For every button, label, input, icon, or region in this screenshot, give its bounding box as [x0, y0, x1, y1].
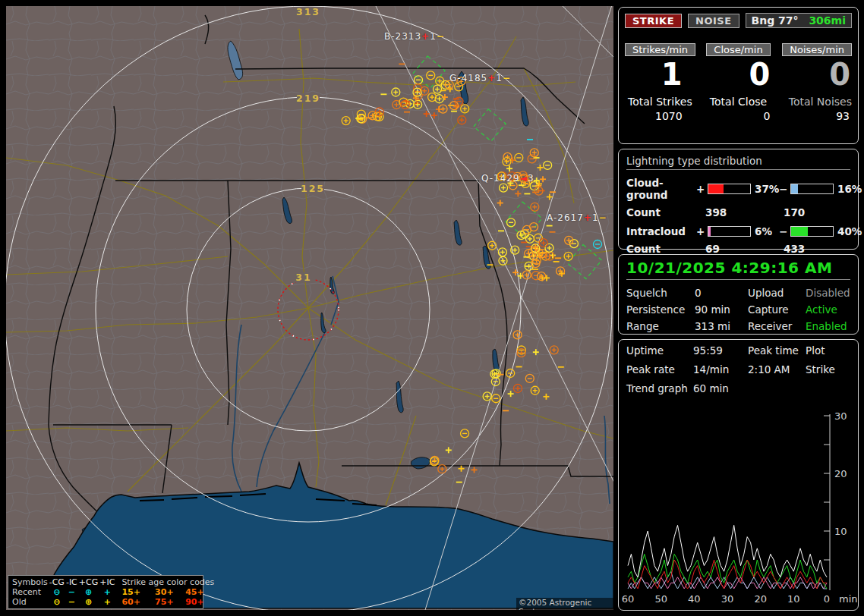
status-rows: Squelch0UploadDisabledPersistence90 minC…: [626, 287, 850, 332]
legend-header: Strike age color codes: [115, 577, 215, 587]
negative-bar: [790, 226, 834, 237]
svg-text:50: 50: [654, 593, 667, 605]
legend-age-code: 60+: [115, 597, 154, 607]
rate-value: 0: [776, 58, 852, 91]
bearing-distance: 306mi: [809, 14, 846, 27]
cell-trend-icon: +: [584, 212, 592, 223]
datetime-display: 10/21/2025 4:29:16 AM: [626, 259, 850, 280]
trend-graph: 1020306050403020100min: [620, 407, 857, 608]
svg-text:0: 0: [824, 593, 830, 605]
legend-symbol: +: [99, 597, 115, 607]
session-panel: Uptime95:59Peak timePlotPeak rate14/min2…: [618, 339, 859, 611]
legend-row-label: Old: [11, 597, 49, 607]
positive-bar: [708, 226, 751, 237]
distribution-panel: Lightning type distribution Cloud-ground…: [618, 149, 859, 250]
session-rows: Uptime95:59Peak timePlotPeak rate14/min2…: [626, 344, 850, 376]
rate-value: 1: [625, 58, 701, 91]
total-label: Total Close: [701, 96, 777, 108]
distribution-rows: Cloud-ground+37%−16%Count398170Intraclou…: [626, 177, 850, 255]
total-label: Total Noises: [776, 96, 852, 108]
session-row: Peak rate14/min2:10 AMStrike: [626, 363, 850, 376]
session-row: Uptime95:59Peak timePlot: [626, 344, 850, 357]
legend-symbol: ⊕: [78, 587, 99, 597]
counter-column: Strikes/min1Total Strikes1070: [625, 43, 701, 122]
map-canvas: 31321912531: [6, 6, 613, 610]
rate-chip: Noises/min: [782, 43, 852, 56]
svg-text:30: 30: [721, 593, 734, 605]
cell-id: Q-1429: [481, 173, 520, 184]
legend-symbol: +: [99, 587, 115, 597]
counters-panel: STRIKE NOISE Bng 77° 306mi Strikes/min1T…: [618, 7, 859, 144]
svg-text:20: 20: [754, 593, 767, 605]
svg-text:125: 125: [301, 183, 325, 194]
legend-symbol: ⊖: [49, 587, 65, 597]
total-label: Total Strikes: [625, 96, 701, 108]
total-value: 93: [776, 110, 852, 122]
legend-header: -IC: [65, 577, 78, 587]
svg-text:min: min: [839, 593, 857, 605]
cell-count: 1: [496, 73, 503, 83]
storm-cell-label: G-4185+1−: [449, 73, 511, 83]
distribution-row: Intracloud+6%−40%: [626, 225, 850, 237]
total-value: 1070: [625, 110, 701, 122]
svg-text:219: 219: [296, 93, 320, 104]
cell-polarity: −: [503, 73, 511, 83]
status-row: Squelch0UploadDisabled: [626, 287, 850, 299]
noise-toggle-button[interactable]: NOISE: [688, 14, 739, 28]
svg-text:10: 10: [834, 526, 847, 537]
strike-toggle-button[interactable]: STRIKE: [625, 14, 682, 28]
cell-count: 1: [430, 31, 437, 42]
lightning-detector-app: { "header": { "strike_button": "STRIKE",…: [0, 0, 864, 616]
cell-id: B-2313: [384, 31, 421, 42]
cell-count: 1: [592, 212, 599, 223]
svg-text:31: 31: [295, 272, 311, 283]
count-row: Count398170: [626, 206, 850, 218]
distribution-row: Cloud-ground+37%−16%: [626, 177, 850, 201]
bearing-label: Bng 77°: [752, 14, 799, 27]
svg-text:40: 40: [688, 593, 701, 605]
cell-id: A-2617: [547, 212, 584, 223]
counter-column: Close/min0Total Close0: [701, 43, 777, 122]
negative-bar: [790, 184, 834, 194]
svg-text:10: 10: [787, 593, 800, 605]
copyright-text: ©2005 Astrogenic Systems: [516, 598, 613, 610]
rate-counters: Strikes/min1Total Strikes1070Close/min0T…: [625, 43, 852, 122]
svg-text:60: 60: [622, 593, 635, 605]
cell-polarity: −: [599, 212, 607, 223]
positive-bar: [708, 184, 751, 194]
svg-text:20: 20: [834, 468, 847, 479]
cell-trend-icon: ◄: [520, 173, 528, 184]
svg-text:30: 30: [834, 410, 847, 422]
trend-graph-value: 60 min: [693, 382, 850, 394]
rate-value: 0: [701, 58, 777, 91]
legend-age-code: 15+: [115, 587, 154, 597]
legend-age-code: 45+: [184, 587, 215, 597]
storm-cell-label: A-2617+1−: [547, 212, 607, 223]
status-row: Range313 miReceiverEnabled: [626, 320, 850, 332]
legend-row-label: Recent: [11, 587, 49, 597]
legend-header: Symbols: [11, 577, 49, 587]
legend-symbol: −: [65, 587, 78, 597]
svg-text:313: 313: [296, 6, 320, 17]
legend-age-code: 90+: [184, 597, 215, 607]
lightning-map[interactable]: 31321912531 B-2313+1−G-4185+1−Q-1429◄3A-…: [6, 6, 613, 610]
legend-age-code: 75+: [154, 597, 184, 607]
cell-id: G-4185: [449, 73, 487, 83]
trend-graph-row: Trend graph 60 min: [626, 382, 850, 394]
distribution-title: Lightning type distribution: [626, 153, 850, 170]
map-legend: Symbols-CG-IC+CG+ICStrike age color code…: [8, 575, 203, 609]
trend-graph-label: Trend graph: [626, 382, 693, 394]
cell-count: 3: [528, 173, 534, 184]
cell-trend-icon: +: [487, 73, 496, 83]
total-value: 0: [701, 110, 777, 122]
storm-cell-label: Q-1429◄3: [481, 173, 534, 184]
rate-chip: Close/min: [706, 43, 770, 56]
legend-symbol: −: [65, 597, 78, 607]
status-panel: 10/21/2025 4:29:16 AM Squelch0UploadDisa…: [618, 254, 859, 335]
legend-header: +CG: [78, 577, 99, 587]
legend-symbol: ⊕: [78, 597, 99, 607]
status-row: Persistence90 minCaptureActive: [626, 303, 850, 316]
rate-chip: Strikes/min: [625, 43, 695, 56]
storm-cell-label: B-2313+1−: [384, 31, 445, 42]
cell-polarity: −: [437, 31, 445, 42]
